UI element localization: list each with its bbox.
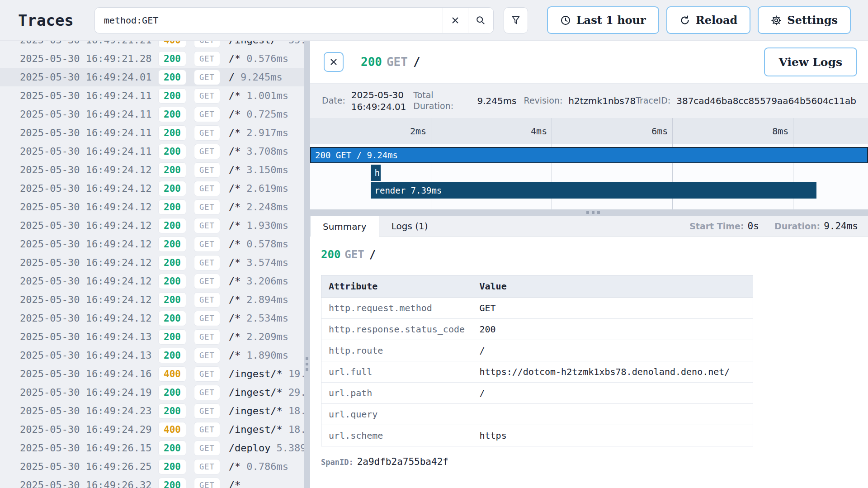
duration-label: Duration: — [774, 221, 820, 231]
trace-timestamp: 2025-05-30 16:49:24.11 — [20, 127, 158, 138]
trace-row[interactable]: 2025-05-30 16:49:24.12200GET/*3.150ms — [0, 161, 304, 179]
attribute-name: url.full — [321, 361, 472, 383]
span-id-value: 2a9dfb2a755ba42f — [357, 456, 448, 467]
trace-timestamp: 2025-05-30 16:49:24.01 — [20, 71, 158, 83]
trace-meta-bar: Date: 2025-05-30 16:49:24.01 Total Durat… — [310, 84, 868, 118]
span-bar[interactable]: 200 GET / 9.24ms — [310, 147, 868, 163]
trace-path: /* — [229, 183, 241, 194]
resize-dot — [306, 368, 308, 371]
close-detail-button[interactable] — [324, 52, 344, 72]
filter-button[interactable] — [504, 7, 528, 33]
trace-row[interactable]: 2025-05-30 16:49:24.11200GET/*3.708ms — [0, 142, 304, 161]
trace-row[interactable]: 2025-05-30 16:49:24.29400GET/ingest/*18. — [0, 420, 304, 439]
trace-duration: 2.894ms — [246, 294, 288, 305]
status-badge: 200 — [158, 107, 186, 122]
method-badge: GET — [194, 255, 220, 270]
trace-row[interactable]: 2025-05-30 16:49:24.12200GET/*2.534ms — [0, 309, 304, 327]
waterfall-resize-handle[interactable] — [310, 209, 868, 216]
attribute-name: url.scheme — [321, 425, 472, 446]
method-badge: GET — [194, 292, 220, 308]
tab-logs[interactable]: Logs (1) — [379, 216, 440, 236]
search-submit-button[interactable] — [468, 8, 493, 33]
trace-duration: 0.725ms — [246, 109, 288, 120]
method-badge: GET — [194, 366, 220, 382]
trace-timestamp: 2025-05-30 16:49:21.21 — [20, 41, 158, 46]
trace-row[interactable]: 2025-05-30 16:49:24.01200GET/9.245ms — [0, 68, 304, 86]
trace-row[interactable]: 2025-05-30 16:49:24.11200GET/*1.001ms — [0, 86, 304, 105]
trace-row[interactable]: 2025-05-30 16:49:24.12200GET/*0.578ms — [0, 235, 304, 253]
span-bar[interactable]: render 7.39ms — [371, 182, 817, 199]
trace-timestamp: 2025-05-30 16:49:24.12 — [20, 257, 158, 268]
trace-row[interactable]: 2025-05-30 16:49:24.12200GET/*2.894ms — [0, 290, 304, 309]
trace-row[interactable]: 2025-05-30 16:49:24.12200GET/*1.930ms — [0, 216, 304, 235]
attribute-row: url.schemehttps — [321, 425, 753, 446]
status-badge: 200 — [158, 478, 186, 488]
trace-timestamp: 2025-05-30 16:49:24.11 — [20, 109, 158, 120]
funnel-icon — [511, 15, 521, 25]
clock-icon — [560, 15, 571, 26]
status-badge: 200 — [158, 292, 186, 308]
span-id-label: SpanID: — [321, 458, 354, 467]
trace-row[interactable]: 2025-05-30 16:49:24.16400GET/ingest/*19. — [0, 365, 304, 383]
search-input[interactable] — [95, 8, 443, 33]
trace-timestamp: 2025-05-30 16:49:24.11 — [20, 90, 158, 101]
trace-row[interactable]: 2025-05-30 16:49:26.25200GET/*0.786ms — [0, 457, 304, 476]
view-logs-button[interactable]: View Logs — [764, 47, 857, 76]
trace-row[interactable]: 2025-05-30 16:49:26.15200GET/deploy5.389 — [0, 439, 304, 457]
method-badge: GET — [194, 422, 220, 437]
trace-row[interactable]: 2025-05-30 16:49:26.32200GET/* — [0, 476, 304, 488]
trace-timestamp: 2025-05-30 16:49:24.12 — [20, 294, 158, 305]
trace-timestamp: 2025-05-30 16:49:24.12 — [20, 183, 158, 194]
status-badge: 200 — [158, 70, 186, 85]
trace-timestamp: 2025-05-30 16:49:24.12 — [20, 275, 158, 287]
trace-timestamp: 2025-05-30 16:49:24.23 — [20, 405, 158, 417]
search-icon — [476, 15, 486, 25]
panel-resize-handle[interactable] — [304, 41, 310, 488]
trace-duration: 2.248ms — [246, 201, 288, 213]
tab-summary[interactable]: Summary — [310, 216, 379, 237]
trace-row[interactable]: 2025-05-30 16:49:24.12200GET/*3.206ms — [0, 272, 304, 290]
settings-button[interactable]: Settings — [758, 6, 851, 34]
method-badge: GET — [194, 274, 220, 289]
gear-icon — [771, 15, 782, 26]
method-badge: GET — [194, 385, 220, 400]
trace-row[interactable]: 2025-05-30 16:49:24.11200GET/*2.917ms — [0, 123, 304, 142]
span-bar[interactable]: h — [371, 165, 381, 181]
trace-timestamp: 2025-05-30 16:49:24.16 — [20, 368, 158, 379]
attribute-row: url.path/ — [321, 383, 753, 404]
trace-path: / — [229, 71, 235, 83]
trace-duration: 3.150ms — [246, 164, 288, 175]
status-badge: 200 — [158, 88, 186, 104]
meta-date: Date: 2025-05-30 16:49:24.01 — [322, 89, 413, 113]
trace-row[interactable]: 2025-05-30 16:49:21.21400GET/ingest/*55. — [0, 41, 304, 49]
trace-timestamp: 2025-05-30 16:49:24.12 — [20, 201, 158, 213]
status-badge: 200 — [158, 162, 186, 178]
trace-duration: 1.930ms — [246, 220, 288, 231]
resize-dot — [592, 211, 594, 214]
trace-duration: 0.786ms — [246, 461, 288, 472]
clear-search-button[interactable] — [443, 8, 468, 33]
span-waterfall: 2ms4ms6ms8ms200 GET / 9.24mshrender 7.39… — [310, 118, 868, 209]
status-code: 200 — [321, 248, 340, 261]
trace-row[interactable]: 2025-05-30 16:49:24.23200GET/ingest/*18. — [0, 402, 304, 420]
trace-row[interactable]: 2025-05-30 16:49:24.19200GET/ingest/*29. — [0, 383, 304, 402]
reload-button[interactable]: Reload — [666, 6, 751, 34]
trace-duration: 55. — [288, 41, 304, 46]
trace-row[interactable]: 2025-05-30 16:49:24.12200GET/*2.248ms — [0, 198, 304, 216]
trace-row[interactable]: 2025-05-30 16:49:21.28200GET/*0.576ms — [0, 49, 304, 68]
trace-row[interactable]: 2025-05-30 16:49:24.13200GET/*2.209ms — [0, 327, 304, 346]
time-range-button[interactable]: Last 1 hour — [547, 6, 659, 34]
attribute-name: url.query — [321, 404, 472, 425]
trace-row[interactable]: 2025-05-30 16:49:24.12200GET/*2.619ms — [0, 179, 304, 198]
status-badge: 200 — [158, 441, 186, 456]
method-badge: GET — [194, 51, 220, 66]
method-badge: GET — [194, 88, 220, 104]
trace-timestamp: 2025-05-30 16:49:26.15 — [20, 442, 158, 454]
attribute-value: / — [472, 383, 753, 404]
method-badge: GET — [194, 237, 220, 252]
trace-row[interactable]: 2025-05-30 16:49:24.13200GET/*1.890ms — [0, 346, 304, 365]
trace-row[interactable]: 2025-05-30 16:49:24.11200GET/*0.725ms — [0, 105, 304, 123]
method-badge: GET — [194, 162, 220, 178]
resize-dot — [597, 211, 600, 214]
trace-row[interactable]: 2025-05-30 16:49:24.12200GET/*3.574ms — [0, 253, 304, 272]
